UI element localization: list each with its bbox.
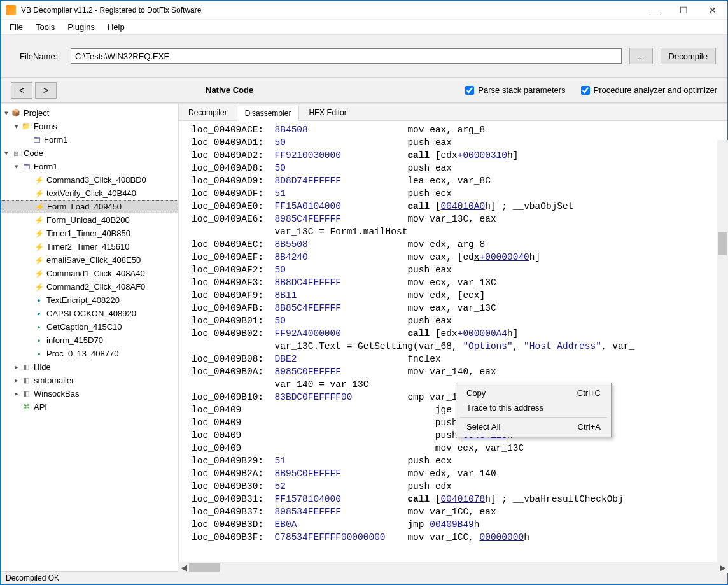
tree-proc-item[interactable]: Proc_0_13_408770 <box>1 347 178 360</box>
code-line: loc_00409AF9: 8B11 mov edx, [ecx] <box>192 289 724 302</box>
ctx-copy[interactable]: CopyCtrl+C <box>458 386 610 400</box>
maximize-button[interactable]: ☐ <box>669 1 698 20</box>
code-line: loc_00409AD8: 50 push eax <box>192 162 724 174</box>
form-icon <box>31 135 41 145</box>
code-icon <box>11 148 21 159</box>
proc-icon <box>34 269 44 279</box>
proc-icon <box>34 295 44 306</box>
context-menu: CopyCtrl+C Trace to this address Select … <box>456 383 612 437</box>
tree-api[interactable]: ▸API <box>1 400 178 414</box>
code-line: loc_00409B08: DBE2 fnclex <box>192 353 724 365</box>
chk-parse-stack[interactable]: Parse stack parameters <box>465 85 565 95</box>
tree-proc-item[interactable]: Timer1_Timer_40B850 <box>1 227 178 240</box>
scrollbar-thumb[interactable] <box>189 563 220 571</box>
scroll-left-icon[interactable]: ◀ <box>178 563 189 571</box>
proc-icon <box>34 188 44 199</box>
ctx-select-all[interactable]: Select AllCtrl+A <box>458 419 610 434</box>
tree-code[interactable]: ▾Code <box>1 146 178 160</box>
proc-icon <box>34 215 44 225</box>
code-line: loc_00409B02: FF92A4000000 call [edx+000… <box>192 327 724 340</box>
nav-forward-button[interactable]: > <box>35 82 57 99</box>
tab-hex[interactable]: HEX Editor <box>300 105 354 120</box>
menu-tools[interactable]: Tools <box>29 21 61 33</box>
filename-input[interactable] <box>71 48 622 64</box>
tab-disassembler[interactable]: Disassembler <box>237 106 300 121</box>
tree-proc-item[interactable]: CAPSLOCKON_408920 <box>1 307 178 320</box>
tree-proc-item[interactable]: GetCaption_415C10 <box>1 320 178 334</box>
menu-bar: File Tools Plugins Help <box>1 20 727 35</box>
code-line: loc_00409AE6: 8985C4FEFFFF mov var_13C, … <box>192 213 724 225</box>
project-icon <box>11 108 21 118</box>
folder-icon <box>21 122 31 132</box>
tabs: Decompiler Disassembler HEX Editor <box>179 104 727 121</box>
tree-proc-item[interactable]: Command3_Click_408BD0 <box>1 173 178 187</box>
status-text: Decompiled OK <box>6 574 59 582</box>
proc-icon <box>34 255 44 265</box>
minimize-button[interactable]: — <box>640 1 669 20</box>
tree-proc-item[interactable]: Form_Load_409450 <box>1 200 178 213</box>
app-icon <box>6 5 16 15</box>
vertical-scrollbar[interactable] <box>717 140 727 571</box>
tree-proc-item[interactable]: Command1_Click_408A40 <box>1 267 178 280</box>
status-bar: Decompiled OK <box>1 571 727 584</box>
code-line: loc_00409AF3: 8B8DC4FEFFFF mov ecx, var_… <box>192 276 724 289</box>
tree-proc-item[interactable]: textVerify_Click_40B440 <box>1 187 178 200</box>
scroll-right-icon[interactable]: ▶ <box>717 563 727 571</box>
menu-plugins[interactable]: Plugins <box>61 21 101 33</box>
proc-icon <box>34 229 44 239</box>
proc-icon <box>34 242 44 252</box>
code-line: loc_00409AD9: 8D8D74FFFFFF lea ecx, var_… <box>192 174 724 187</box>
tree-proc-item[interactable]: emailSave_Click_408E50 <box>1 253 178 267</box>
chk-proc-analyzer-box[interactable] <box>581 86 590 95</box>
tree-forms[interactable]: ▾Forms <box>1 120 178 133</box>
code-line: loc_00409AEC: 8B5508 mov edx, arg_8 <box>192 238 724 251</box>
tree-proc-item[interactable]: Command2_Click_408AF0 <box>1 280 178 293</box>
disassembly-view[interactable]: loc_00409ACE: 8B4508 mov eax, arg_8loc_0… <box>179 121 727 571</box>
chk-parse-stack-box[interactable] <box>465 86 474 95</box>
tree-winsockbas[interactable]: ▸WinsockBas <box>1 387 178 400</box>
tree-proc-item[interactable]: Timer2_Timer_415610 <box>1 240 178 253</box>
code-line: loc_00409B30: 52 push edx <box>192 480 724 493</box>
proc-icon <box>34 335 44 346</box>
tree-form1-b[interactable]: ▾Form1 <box>1 160 178 173</box>
code-line: loc_00409B37: 898534FEFFFF mov var_1CC, … <box>192 505 724 518</box>
tab-decompiler[interactable]: Decompiler <box>180 105 235 120</box>
tree-hide[interactable]: ▸Hide <box>1 360 178 374</box>
ctx-trace[interactable]: Trace to this address <box>458 400 610 415</box>
scrollbar-thumb[interactable] <box>718 232 727 255</box>
module-icon <box>21 376 31 386</box>
code-line: loc_00409ACE: 8B4508 mov eax, arg_8 <box>192 123 724 136</box>
chk-proc-analyzer[interactable]: Procedure analyzer and optimizer <box>581 85 717 95</box>
browse-button[interactable]: ... <box>629 48 653 64</box>
tree-proc-item[interactable]: Form_Unload_40B200 <box>1 213 178 227</box>
menu-help[interactable]: Help <box>101 21 131 33</box>
tree-smtpmailer[interactable]: ▸smtpmailer <box>1 374 178 387</box>
close-button[interactable]: ✕ <box>698 1 727 20</box>
window-title: VB Decompiler v11.2 - Registered to DotF… <box>21 6 640 15</box>
main: ▾Project ▾Forms Form1 ▾Code ▾Form1 Comma… <box>1 103 727 571</box>
tree-form1-a[interactable]: Form1 <box>1 133 178 146</box>
proc-icon <box>34 175 44 185</box>
code-line: loc_00409B31: FF1578104000 call [0040107… <box>192 493 724 505</box>
code-line: loc_00409AEF: 8B4240 mov eax, [edx+00000… <box>192 251 724 264</box>
code-line: loc_00409B2A: 8B95C0FEFFFF mov edx, var_… <box>192 467 724 480</box>
code-line: loc_00409B0A: 8985C0FEFFFF mov var_140, … <box>192 365 724 378</box>
code-line: loc_00409AE0: FF15A0104000 call [004010A… <box>192 200 724 213</box>
project-tree[interactable]: ▾Project ▾Forms Form1 ▾Code ▾Form1 Comma… <box>1 104 179 571</box>
code-line: var_13C = Form1.mailHost <box>192 225 724 238</box>
proc-icon <box>34 309 44 319</box>
decompile-button[interactable]: Decompile <box>661 48 716 64</box>
tree-project[interactable]: ▾Project <box>1 106 178 120</box>
tree-proc-item[interactable]: TextEncript_408220 <box>1 293 178 307</box>
tree-proc-item[interactable]: inform_415D70 <box>1 334 178 347</box>
proc-icon <box>34 202 45 212</box>
menu-file[interactable]: File <box>3 21 29 33</box>
code-line: loc_00409B3F: C78534FEFFFF00000000 mov v… <box>192 531 724 544</box>
form-icon <box>21 162 31 172</box>
api-icon <box>21 402 31 412</box>
nav-row: < > Native Code Parse stack parameters P… <box>1 78 727 103</box>
section-title: Native Code <box>206 85 253 95</box>
code-line: loc_00409B3D: EB0A jmp 00409B49h <box>192 518 724 531</box>
horizontal-scrollbar[interactable]: ◀ ▶ <box>178 562 727 571</box>
nav-back-button[interactable]: < <box>11 82 32 99</box>
